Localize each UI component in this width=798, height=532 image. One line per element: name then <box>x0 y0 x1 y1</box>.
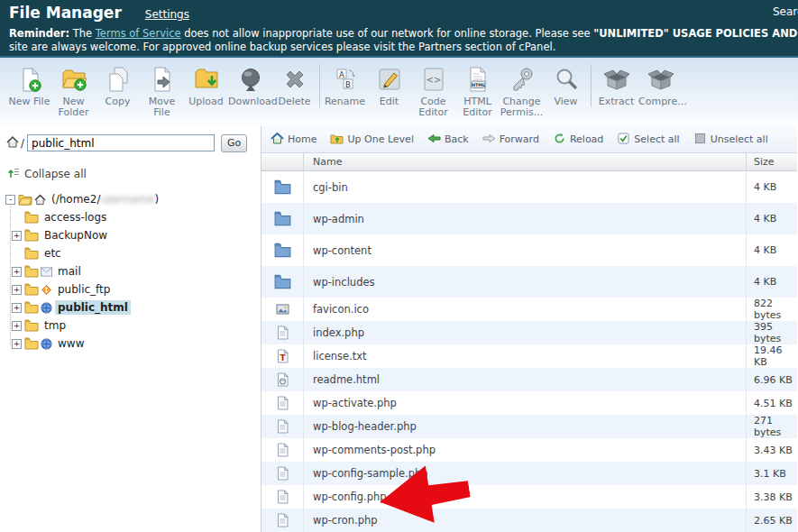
go-button[interactable]: Go <box>221 134 247 152</box>
nav-button-icon <box>693 133 707 147</box>
toolbar-button-icon <box>228 64 272 94</box>
file-type-icon <box>261 274 303 289</box>
table-row[interactable]: wp-config.php 3.38 KB <box>261 485 797 509</box>
toolbar-button-label: Edit <box>380 96 399 107</box>
toolbar-button-label: View <box>554 96 577 107</box>
nav-button[interactable]: Unselect all <box>693 133 768 147</box>
page-title: File Manager <box>9 4 122 22</box>
nav-button[interactable]: Forward <box>482 133 539 147</box>
column-header-size[interactable]: Size <box>746 153 797 170</box>
path-input[interactable] <box>27 134 215 151</box>
tree-expand-toggle[interactable]: + <box>12 303 22 313</box>
nav-button[interactable]: Select all <box>617 133 679 147</box>
table-row[interactable]: wp-content 4 KB <box>261 234 797 266</box>
toolbar-button[interactable]: New File <box>7 64 51 107</box>
toolbar-button[interactable]: Upload <box>184 64 228 107</box>
toolbar-button-icon <box>272 64 316 94</box>
tree-item[interactable]: + public_html <box>0 298 261 316</box>
tree-item[interactable]: + tmp <box>0 316 261 335</box>
toolbar-button-label: Copy <box>105 96 131 107</box>
tree-expand-toggle[interactable]: + <box>12 267 22 277</box>
table-row[interactable]: wp-admin 4 KB <box>261 203 797 234</box>
tree-expand-toggle[interactable]: + <box>12 231 22 241</box>
table-row[interactable]: cgi-bin 4 KB <box>261 171 797 203</box>
folder-icon <box>24 319 39 332</box>
table-row[interactable]: wp-config-sample.php 3.1 KB <box>261 462 797 485</box>
table-row[interactable]: wp-activate.php 4.51 KB <box>261 391 797 415</box>
tree-item[interactable]: + BackupNow <box>0 226 261 244</box>
toolbar-button[interactable]: AB Rename <box>319 64 367 107</box>
toolbar-button[interactable]: HTML HTML Editor <box>455 64 500 118</box>
tree-overlay-icon <box>41 284 52 296</box>
tree-item-label: access-logs <box>41 210 109 225</box>
tree-item-label: etc <box>41 246 64 261</box>
toolbar-button-icon <box>140 64 184 94</box>
table-row[interactable]: T license.txt 19.46 KB <box>261 344 797 368</box>
toolbar-button[interactable]: Delete <box>272 64 316 107</box>
file-size: 822 bytes <box>746 298 797 321</box>
tree-item[interactable]: access-logs <box>0 208 261 226</box>
tree-item[interactable]: + public_ftp <box>0 280 261 298</box>
sidebar: / Go Collapse all - (/home2/username) <box>0 126 261 532</box>
file-type-icon <box>261 443 303 457</box>
file-name: wp-content <box>303 234 746 266</box>
toolbar-button[interactable]: Edit <box>367 64 411 107</box>
toolbar-button-label: Rename <box>325 96 365 107</box>
tree-expand-toggle[interactable]: + <box>12 321 22 331</box>
nav-button[interactable]: Reload <box>553 133 603 147</box>
tree-item-label: mail <box>55 264 84 279</box>
tree-item-label: public_ftp <box>55 282 113 297</box>
table-row[interactable]: readme.html 6.96 KB <box>261 368 797 391</box>
file-type-icon <box>261 179 303 195</box>
toolbar-button[interactable]: Move File <box>140 64 184 118</box>
toolbar-button[interactable]: <> Code Editor <box>411 64 455 118</box>
tree-item-label: www <box>55 336 87 351</box>
nav-button-icon <box>482 133 496 147</box>
file-name: cgi-bin <box>303 171 746 203</box>
action-toolbar: New File New Folder Copy Move File Uploa… <box>0 56 798 126</box>
toolbar-button-label: Delete <box>278 96 310 107</box>
tree-item-label: tmp <box>41 318 69 333</box>
tree-expand-toggle[interactable]: - <box>5 195 15 205</box>
file-name: wp-config.php <box>303 485 746 509</box>
toolbar-button-label: HTML Editor <box>463 96 492 118</box>
search-link[interactable]: Search <box>773 5 798 18</box>
toolbar-button[interactable]: Copy <box>96 64 140 107</box>
nav-button[interactable]: Up One Level <box>330 133 413 147</box>
table-row[interactable]: index.php 395 bytes <box>261 321 797 344</box>
reminder-banner: Reminder: The Terms of Service does not … <box>9 27 798 54</box>
file-name: wp-includes <box>303 266 746 298</box>
toolbar-button[interactable]: Extract <box>591 64 638 107</box>
tree-expand-toggle[interactable]: + <box>12 285 22 295</box>
nav-button[interactable]: Home <box>271 133 316 147</box>
tree-item[interactable]: + mail <box>0 262 261 280</box>
table-row[interactable]: wp-cron.php 2.65 KB <box>261 509 797 532</box>
tree-expand-toggle[interactable]: + <box>12 339 22 349</box>
tree-item[interactable]: + www <box>0 335 261 353</box>
column-header-name[interactable]: Name <box>303 153 746 170</box>
table-row[interactable]: wp-includes 4 KB <box>261 266 797 298</box>
collapse-all-button[interactable]: Collapse all <box>0 153 261 187</box>
table-row[interactable]: wp-comments-post.php 3.43 KB <box>261 438 797 462</box>
file-size: 4 KB <box>746 234 797 266</box>
toolbar-button[interactable]: Change Permis... <box>500 64 544 118</box>
tree-overlay-icon <box>34 194 46 206</box>
file-type-icon <box>261 302 303 316</box>
tree-overlay-icon <box>41 302 52 314</box>
toolbar-button[interactable]: Download <box>228 64 272 107</box>
toolbar-button-icon <box>367 64 411 94</box>
nav-button[interactable]: Back <box>427 133 469 147</box>
toolbar-button[interactable]: View <box>544 64 588 107</box>
table-row[interactable]: favicon.ico 822 bytes <box>261 298 797 321</box>
toolbar-button[interactable]: Compre... <box>638 64 683 107</box>
terms-of-service-link[interactable]: Terms of Service <box>96 27 181 40</box>
table-row[interactable]: wp-blog-header.php 271 bytes <box>261 415 797 438</box>
file-name: license.txt <box>303 344 746 368</box>
tree-item[interactable]: etc <box>0 244 261 262</box>
toolbar-button[interactable]: New Folder <box>51 64 96 118</box>
settings-link[interactable]: Settings <box>145 8 189 21</box>
folder-icon <box>18 193 32 206</box>
nav-button-icon <box>553 133 566 147</box>
tree-item-label: BackupNow <box>41 228 110 243</box>
tree-item[interactable]: - (/home2/username) <box>0 190 261 208</box>
